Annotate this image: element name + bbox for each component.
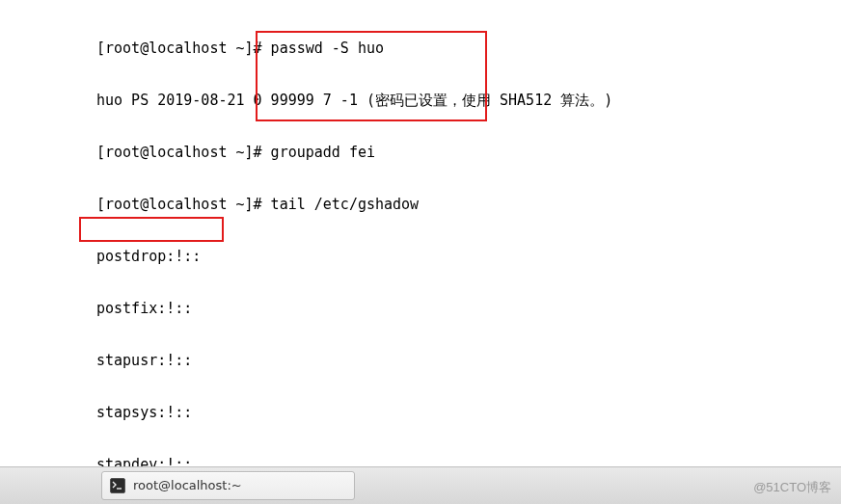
terminal-line: stapusr:!:: [96,352,612,369]
terminal-line: stapsys:!:: [96,404,612,421]
svg-rect-0 [111,479,125,493]
terminal-line: [root@localhost ~]# tail /etc/gshadow [96,196,612,213]
taskbar-item-label: root@localhost:~ [133,477,242,494]
terminal-line: [root@localhost ~]# groupadd fei [96,144,612,161]
taskbar: root@localhost:~ [0,466,841,504]
terminal-line: huo PS 2019-08-21 0 99999 7 -1 (密码已设置，使用… [96,92,612,109]
watermark: @51CTO博客 [753,479,831,496]
terminal-icon [110,478,125,493]
terminal-line: postdrop:!:: [96,248,612,265]
terminal-line: [root@localhost ~]# passwd -S huo [96,40,612,57]
terminal-line: postfix:!:: [96,300,612,317]
taskbar-item-terminal[interactable]: root@localhost:~ [101,471,355,500]
terminal-output[interactable]: [root@localhost ~]# passwd -S huo huo PS… [96,5,612,504]
